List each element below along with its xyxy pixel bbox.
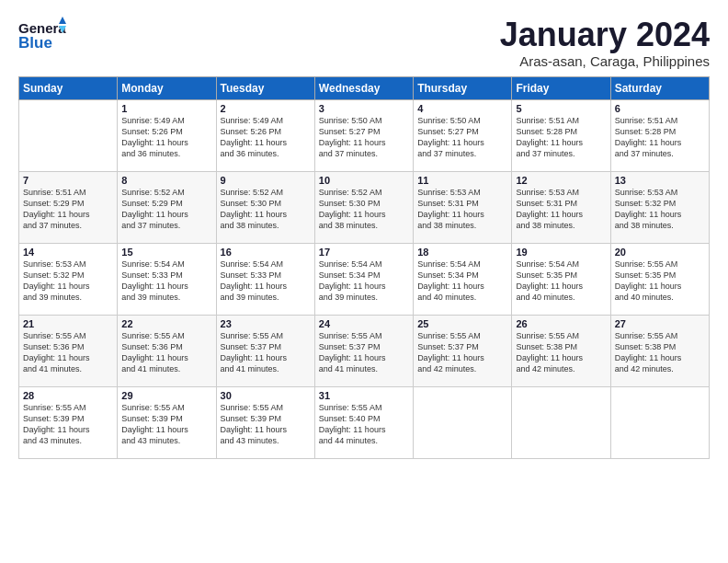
table-row: 17Sunrise: 5:54 AM Sunset: 5:34 PM Dayli… xyxy=(314,243,413,315)
col-saturday: Saturday xyxy=(610,76,709,99)
table-row: 2Sunrise: 5:49 AM Sunset: 5:26 PM Daylig… xyxy=(216,99,314,171)
day-info: Sunrise: 5:53 AM Sunset: 5:32 PM Dayligh… xyxy=(615,187,705,232)
table-row xyxy=(414,386,512,458)
day-number: 2 xyxy=(221,103,311,114)
table-row: 20Sunrise: 5:55 AM Sunset: 5:35 PM Dayli… xyxy=(610,243,709,315)
day-number: 15 xyxy=(121,247,211,258)
table-row xyxy=(512,386,610,458)
day-info: Sunrise: 5:55 AM Sunset: 5:40 PM Dayligh… xyxy=(319,402,409,447)
day-number: 31 xyxy=(319,390,409,401)
day-number: 26 xyxy=(516,318,606,329)
day-info: Sunrise: 5:55 AM Sunset: 5:39 PM Dayligh… xyxy=(221,402,311,447)
table-row: 29Sunrise: 5:55 AM Sunset: 5:39 PM Dayli… xyxy=(118,386,216,458)
table-row: 15Sunrise: 5:54 AM Sunset: 5:33 PM Dayli… xyxy=(118,243,216,315)
table-row: 5Sunrise: 5:51 AM Sunset: 5:28 PM Daylig… xyxy=(512,99,610,171)
day-info: Sunrise: 5:52 AM Sunset: 5:29 PM Dayligh… xyxy=(121,187,211,232)
day-number: 9 xyxy=(221,175,311,186)
col-tuesday: Tuesday xyxy=(216,76,314,99)
day-info: Sunrise: 5:51 AM Sunset: 5:28 PM Dayligh… xyxy=(615,115,705,160)
table-row: 4Sunrise: 5:50 AM Sunset: 5:27 PM Daylig… xyxy=(414,99,512,171)
day-number: 22 xyxy=(121,318,211,329)
table-row: 24Sunrise: 5:55 AM Sunset: 5:37 PM Dayli… xyxy=(314,315,413,386)
calendar-subtitle: Aras-asan, Caraga, Philippines xyxy=(500,53,710,69)
table-row xyxy=(19,99,118,171)
day-number: 11 xyxy=(417,175,507,186)
table-row: 25Sunrise: 5:55 AM Sunset: 5:37 PM Dayli… xyxy=(414,315,512,386)
table-row: 28Sunrise: 5:55 AM Sunset: 5:39 PM Dayli… xyxy=(19,386,118,458)
table-row: 23Sunrise: 5:55 AM Sunset: 5:37 PM Dayli… xyxy=(216,315,314,386)
day-number: 12 xyxy=(516,175,606,186)
day-number: 25 xyxy=(417,318,507,329)
table-row: 19Sunrise: 5:54 AM Sunset: 5:35 PM Dayli… xyxy=(512,243,610,315)
day-number: 19 xyxy=(516,247,606,258)
logo: General Blue xyxy=(18,17,66,53)
calendar-week-row: 7Sunrise: 5:51 AM Sunset: 5:29 PM Daylig… xyxy=(19,171,710,243)
col-monday: Monday xyxy=(118,76,216,99)
day-number: 20 xyxy=(615,247,705,258)
day-number: 4 xyxy=(417,103,507,114)
day-info: Sunrise: 5:55 AM Sunset: 5:36 PM Dayligh… xyxy=(121,330,211,375)
calendar-week-row: 28Sunrise: 5:55 AM Sunset: 5:39 PM Dayli… xyxy=(19,386,710,458)
day-info: Sunrise: 5:49 AM Sunset: 5:26 PM Dayligh… xyxy=(221,115,311,160)
calendar-title: January 2024 xyxy=(500,17,710,53)
day-info: Sunrise: 5:50 AM Sunset: 5:27 PM Dayligh… xyxy=(417,115,507,160)
day-info: Sunrise: 5:50 AM Sunset: 5:27 PM Dayligh… xyxy=(319,115,409,160)
col-sunday: Sunday xyxy=(19,76,118,99)
day-info: Sunrise: 5:55 AM Sunset: 5:37 PM Dayligh… xyxy=(319,330,409,375)
day-number: 27 xyxy=(615,318,705,329)
calendar-table: Sunday Monday Tuesday Wednesday Thursday… xyxy=(18,76,710,459)
table-row: 8Sunrise: 5:52 AM Sunset: 5:29 PM Daylig… xyxy=(118,171,216,243)
day-info: Sunrise: 5:55 AM Sunset: 5:39 PM Dayligh… xyxy=(23,402,113,447)
col-thursday: Thursday xyxy=(414,76,512,99)
day-info: Sunrise: 5:54 AM Sunset: 5:33 PM Dayligh… xyxy=(121,259,211,304)
table-row: 18Sunrise: 5:54 AM Sunset: 5:34 PM Dayli… xyxy=(414,243,512,315)
table-row: 7Sunrise: 5:51 AM Sunset: 5:29 PM Daylig… xyxy=(19,171,118,243)
table-row: 10Sunrise: 5:52 AM Sunset: 5:30 PM Dayli… xyxy=(314,171,413,243)
day-number: 29 xyxy=(121,390,211,401)
col-friday: Friday xyxy=(512,76,610,99)
table-row: 22Sunrise: 5:55 AM Sunset: 5:36 PM Dayli… xyxy=(118,315,216,386)
day-number: 8 xyxy=(121,175,211,186)
day-info: Sunrise: 5:55 AM Sunset: 5:38 PM Dayligh… xyxy=(615,330,705,375)
day-info: Sunrise: 5:55 AM Sunset: 5:39 PM Dayligh… xyxy=(121,402,211,447)
day-number: 17 xyxy=(319,247,409,258)
table-row: 26Sunrise: 5:55 AM Sunset: 5:38 PM Dayli… xyxy=(512,315,610,386)
day-number: 28 xyxy=(23,390,113,401)
table-row: 11Sunrise: 5:53 AM Sunset: 5:31 PM Dayli… xyxy=(414,171,512,243)
day-number: 30 xyxy=(221,390,311,401)
table-row: 30Sunrise: 5:55 AM Sunset: 5:39 PM Dayli… xyxy=(216,386,314,458)
day-info: Sunrise: 5:54 AM Sunset: 5:35 PM Dayligh… xyxy=(516,259,606,304)
day-number: 14 xyxy=(23,247,113,258)
table-row: 31Sunrise: 5:55 AM Sunset: 5:40 PM Dayli… xyxy=(314,386,413,458)
table-row: 9Sunrise: 5:52 AM Sunset: 5:30 PM Daylig… xyxy=(216,171,314,243)
table-row: 12Sunrise: 5:53 AM Sunset: 5:31 PM Dayli… xyxy=(512,171,610,243)
day-info: Sunrise: 5:54 AM Sunset: 5:34 PM Dayligh… xyxy=(319,259,409,304)
day-info: Sunrise: 5:53 AM Sunset: 5:32 PM Dayligh… xyxy=(23,259,113,304)
day-info: Sunrise: 5:49 AM Sunset: 5:26 PM Dayligh… xyxy=(121,115,211,160)
table-row: 21Sunrise: 5:55 AM Sunset: 5:36 PM Dayli… xyxy=(19,315,118,386)
svg-text:Blue: Blue xyxy=(18,34,52,52)
day-info: Sunrise: 5:52 AM Sunset: 5:30 PM Dayligh… xyxy=(319,187,409,232)
day-info: Sunrise: 5:54 AM Sunset: 5:33 PM Dayligh… xyxy=(221,259,311,304)
day-number: 10 xyxy=(319,175,409,186)
calendar-week-row: 1Sunrise: 5:49 AM Sunset: 5:26 PM Daylig… xyxy=(19,99,710,171)
day-number: 5 xyxy=(516,103,606,114)
day-info: Sunrise: 5:55 AM Sunset: 5:37 PM Dayligh… xyxy=(417,330,507,375)
calendar-page: General Blue January 2024 Aras-asan, Car… xyxy=(0,0,728,563)
table-row: 6Sunrise: 5:51 AM Sunset: 5:28 PM Daylig… xyxy=(610,99,709,171)
day-info: Sunrise: 5:55 AM Sunset: 5:36 PM Dayligh… xyxy=(23,330,113,375)
table-row: 13Sunrise: 5:53 AM Sunset: 5:32 PM Dayli… xyxy=(610,171,709,243)
day-info: Sunrise: 5:51 AM Sunset: 5:29 PM Dayligh… xyxy=(23,187,113,232)
day-info: Sunrise: 5:55 AM Sunset: 5:37 PM Dayligh… xyxy=(221,330,311,375)
table-row xyxy=(610,386,709,458)
day-number: 3 xyxy=(319,103,409,114)
day-number: 18 xyxy=(417,247,507,258)
day-number: 1 xyxy=(121,103,211,114)
header: General Blue January 2024 Aras-asan, Car… xyxy=(18,17,710,69)
day-number: 16 xyxy=(221,247,311,258)
day-info: Sunrise: 5:52 AM Sunset: 5:30 PM Dayligh… xyxy=(221,187,311,232)
calendar-week-row: 14Sunrise: 5:53 AM Sunset: 5:32 PM Dayli… xyxy=(19,243,710,315)
day-info: Sunrise: 5:51 AM Sunset: 5:28 PM Dayligh… xyxy=(516,115,606,160)
table-row: 14Sunrise: 5:53 AM Sunset: 5:32 PM Dayli… xyxy=(19,243,118,315)
table-row: 1Sunrise: 5:49 AM Sunset: 5:26 PM Daylig… xyxy=(118,99,216,171)
